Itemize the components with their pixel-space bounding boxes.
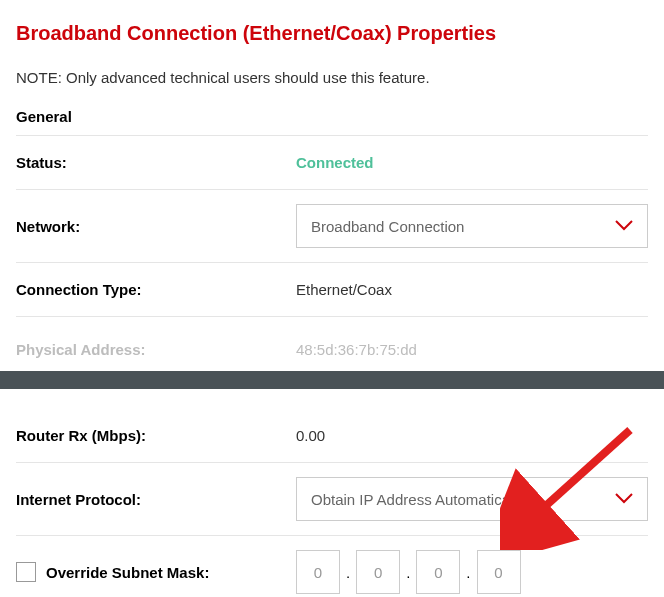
internet-protocol-label: Internet Protocol:: [16, 491, 296, 508]
chevron-down-icon: [615, 218, 633, 235]
subnet-octet-1[interactable]: [296, 550, 340, 594]
subnet-octet-2[interactable]: [356, 550, 400, 594]
dot: .: [406, 564, 410, 581]
router-rx-label: Router Rx (Mbps):: [16, 427, 296, 444]
subnet-octet-4[interactable]: [477, 550, 521, 594]
subnet-octet-3[interactable]: [416, 550, 460, 594]
physical-address-label: Physical Address:: [16, 341, 296, 358]
general-header: General: [16, 108, 648, 136]
subnet-octets: . . .: [296, 550, 521, 594]
override-subnet-row: Override Subnet Mask: . . .: [16, 536, 648, 597]
router-rx-row: Router Rx (Mbps): 0.00: [16, 409, 648, 463]
divider-bar: [0, 371, 664, 389]
dot: .: [466, 564, 470, 581]
internet-protocol-select-value: Obtain IP Address Automatically: [311, 491, 524, 508]
override-subnet-checkbox[interactable]: [16, 562, 36, 582]
physical-address-value: 48:5d:36:7b:75:dd: [296, 341, 648, 358]
connection-type-value: Ethernet/Coax: [296, 281, 648, 298]
page-title: Broadband Connection (Ethernet/Coax) Pro…: [16, 22, 648, 45]
status-value: Connected: [296, 154, 648, 171]
dot: .: [346, 564, 350, 581]
router-rx-value: 0.00: [296, 427, 648, 444]
physical-address-row: Physical Address: 48:5d:36:7b:75:dd: [16, 317, 648, 371]
override-subnet-label: Override Subnet Mask:: [46, 564, 209, 581]
internet-protocol-select[interactable]: Obtain IP Address Automatically: [296, 477, 648, 521]
status-row: Status: Connected: [16, 136, 648, 190]
chevron-down-icon: [615, 491, 633, 508]
connection-type-row: Connection Type: Ethernet/Coax: [16, 263, 648, 317]
status-label: Status:: [16, 154, 296, 171]
network-select-value: Broadband Connection: [311, 218, 464, 235]
network-row: Network: Broadband Connection: [16, 190, 648, 263]
note-text: NOTE: Only advanced technical users shou…: [16, 69, 648, 86]
network-select[interactable]: Broadband Connection: [296, 204, 648, 248]
network-label: Network:: [16, 218, 296, 235]
internet-protocol-row: Internet Protocol: Obtain IP Address Aut…: [16, 463, 648, 536]
connection-type-label: Connection Type:: [16, 281, 296, 298]
